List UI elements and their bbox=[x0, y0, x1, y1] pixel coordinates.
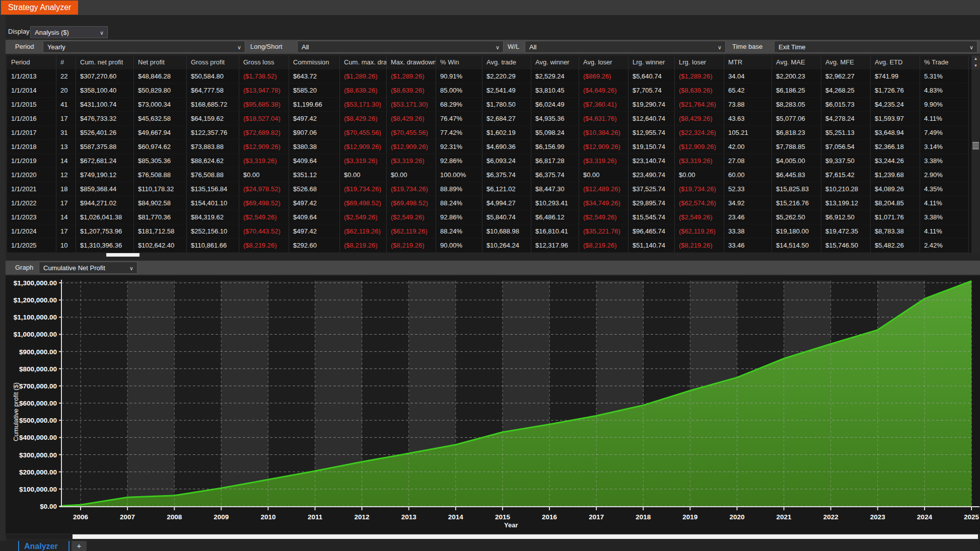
column-header[interactable]: Cum. max. drawdown bbox=[340, 55, 387, 69]
chart-horizontal-scrollbar-track[interactable] bbox=[7, 534, 73, 539]
y-tick-label: $600,000.00 bbox=[19, 400, 57, 407]
table-row[interactable]: 1/1/201914$672,681.24$85,305.36$88,624.6… bbox=[7, 154, 971, 168]
tab-separator bbox=[68, 541, 69, 551]
column-header[interactable]: Avg. trade bbox=[482, 55, 531, 69]
longshort-select[interactable]: All ∨ bbox=[297, 41, 504, 53]
filter-strip: Period Yearly ∨ Long/Short All ∨ W/L All… bbox=[6, 40, 980, 54]
table-row[interactable]: 1/1/201617$476,733.32$45,632.58$64,159.6… bbox=[7, 112, 971, 126]
table-cell: 18 bbox=[56, 182, 76, 196]
column-header[interactable]: Lrg. loser bbox=[675, 55, 724, 69]
column-header[interactable]: Gross loss bbox=[239, 55, 289, 69]
table-cell: $4,690.36 bbox=[482, 140, 531, 154]
x-axis-title: Year bbox=[504, 521, 518, 529]
chevron-down-icon: ∨ bbox=[100, 27, 104, 39]
cumulative-profit-chart: $0.00$100,000.00$200,000.00$300,000.00$4… bbox=[6, 276, 980, 533]
table-cell: $19,180.00 bbox=[772, 224, 821, 239]
table-cell: $3,244.26 bbox=[871, 154, 920, 168]
table-horizontal-scrollbar-thumb[interactable] bbox=[106, 253, 139, 257]
analysis-table: Period#Cum. net profitNet profitGross pr… bbox=[7, 55, 971, 253]
table-row[interactable]: 1/1/201541$431,100.74$73,000.34$168,685.… bbox=[7, 98, 971, 112]
column-header[interactable]: Gross profit bbox=[187, 55, 239, 69]
table-cell: 12 bbox=[56, 168, 76, 182]
table-cell: $16,810.41 bbox=[531, 224, 579, 239]
table-cell: $672,681.24 bbox=[76, 154, 134, 168]
scroll-down-icon[interactable]: ▼ bbox=[971, 62, 980, 69]
table-cell: 17 bbox=[56, 112, 76, 126]
column-header[interactable]: MTR bbox=[724, 55, 772, 69]
table-row[interactable]: 1/1/201322$307,270.60$48,846.28$50,584.8… bbox=[7, 69, 971, 84]
column-header[interactable]: % Trade bbox=[920, 55, 969, 69]
table-cell: $944,271.02 bbox=[76, 196, 134, 210]
table-header-row: Period#Cum. net profitNet profitGross pr… bbox=[7, 55, 971, 69]
add-tab-button[interactable]: + bbox=[72, 541, 87, 551]
wl-select[interactable]: All ∨ bbox=[525, 41, 726, 53]
tab-analyzer[interactable]: Analyzer bbox=[24, 542, 58, 551]
table-row[interactable]: 1/1/202118$859,368.44$110,178.32$135,156… bbox=[7, 182, 971, 196]
table-cell: ($8,639.26) bbox=[675, 84, 724, 98]
table-cell: $1,239.68 bbox=[871, 168, 920, 182]
table-row[interactable]: 1/1/202012$749,190.12$76,508.88$76,508.8… bbox=[7, 168, 971, 182]
table-cell: $8,283.05 bbox=[772, 98, 821, 112]
column-header[interactable]: Net profit bbox=[134, 55, 187, 69]
table-cell: 27.08 bbox=[724, 154, 772, 168]
column-header[interactable]: Lrg. winner bbox=[628, 55, 675, 69]
x-tick-label: 2015 bbox=[495, 513, 511, 521]
table-cell: ($19,734.26) bbox=[340, 182, 387, 196]
column-header[interactable]: Commission bbox=[289, 55, 340, 69]
table-row[interactable]: 1/1/201813$587,375.88$60,974.62$73,883.8… bbox=[7, 140, 971, 154]
table-cell: $15,746.50 bbox=[821, 239, 871, 253]
column-header[interactable]: Cum. net profit bbox=[76, 55, 134, 69]
column-header[interactable]: Period bbox=[7, 55, 56, 69]
table-row[interactable]: 1/1/202314$1,026,041.38$81,770.36$84,319… bbox=[7, 210, 971, 224]
table-cell: 1/1/2015 bbox=[7, 98, 56, 112]
y-tick-label: $0.00 bbox=[40, 503, 57, 510]
table-cell: $3,648.94 bbox=[871, 126, 920, 140]
table-cell: 88.24% bbox=[436, 224, 482, 239]
table-cell: ($1,289.26) bbox=[675, 69, 724, 84]
table-cell: ($869.26) bbox=[579, 69, 628, 84]
y-tick-label: $900,000.00 bbox=[19, 348, 57, 356]
period-select[interactable]: Yearly ∨ bbox=[43, 41, 245, 53]
table-cell: $476,733.32 bbox=[76, 112, 134, 126]
table-row[interactable]: 1/1/202510$1,310,396.36$102,642.40$110,8… bbox=[7, 239, 971, 253]
year-band bbox=[127, 281, 174, 506]
display-select[interactable]: Analysis ($) ∨ bbox=[30, 26, 108, 38]
scroll-up-icon[interactable]: ▲ bbox=[971, 55, 980, 62]
table-row[interactable]: 1/1/201731$526,401.26$49,667.94$122,357.… bbox=[7, 126, 971, 140]
table-cell: ($19,734.26) bbox=[675, 182, 724, 196]
table-cell: $14,514.50 bbox=[772, 239, 821, 253]
table-vertical-scrollbar[interactable]: ▲ ▼ bbox=[971, 55, 980, 253]
table-cell: $6,024.49 bbox=[531, 98, 579, 112]
table-cell: ($4,631.76) bbox=[579, 112, 628, 126]
table-cell: 76.47% bbox=[436, 112, 482, 126]
column-header[interactable]: Avg. loser bbox=[579, 55, 628, 69]
table-cell: $497.42 bbox=[289, 196, 340, 210]
column-header[interactable]: Max. drawdown bbox=[387, 55, 436, 69]
column-header[interactable]: % Win bbox=[436, 55, 482, 69]
column-header[interactable]: Avg. MFE bbox=[821, 55, 871, 69]
table-row[interactable]: 1/1/202417$1,207,753.96$181,712.58$252,1… bbox=[7, 224, 971, 239]
column-header[interactable]: Avg. MAE bbox=[772, 55, 821, 69]
table-cell: $0.00 bbox=[340, 168, 387, 182]
table-cell: ($35,221.76) bbox=[579, 224, 628, 239]
column-header[interactable]: # bbox=[56, 55, 76, 69]
table-cell: ($22,324.26) bbox=[675, 126, 724, 140]
table-row[interactable]: 1/1/201420$358,100.40$50,829.80$64,777.5… bbox=[7, 84, 971, 98]
table-cell: $1,199.66 bbox=[289, 98, 340, 112]
column-header[interactable]: Avg. winner bbox=[531, 55, 579, 69]
table-cell: $73,000.34 bbox=[134, 98, 187, 112]
table-cell: 5.31% bbox=[920, 69, 969, 84]
table-cell: 90.91% bbox=[436, 69, 482, 84]
x-tick-label: 2006 bbox=[73, 513, 89, 521]
table-scrollbar-thumb[interactable] bbox=[972, 142, 979, 149]
column-header[interactable]: Avg. ETD bbox=[871, 55, 920, 69]
table-cell: $49,667.94 bbox=[134, 126, 187, 140]
graph-select[interactable]: Cumulative Net Profit ∨ bbox=[39, 262, 137, 274]
timebase-select[interactable]: Exit Time ∨ bbox=[774, 41, 977, 53]
table-cell: $252,156.10 bbox=[187, 224, 239, 239]
window-title-tab[interactable]: Strategy Analyzer bbox=[1, 1, 78, 15]
table-cell: $110,861.66 bbox=[187, 239, 239, 253]
table-row[interactable]: 1/1/202217$944,271.02$84,902.58$154,401.… bbox=[7, 196, 971, 210]
table-cell: 22 bbox=[56, 69, 76, 84]
chart-horizontal-scrollbar[interactable] bbox=[73, 534, 978, 539]
